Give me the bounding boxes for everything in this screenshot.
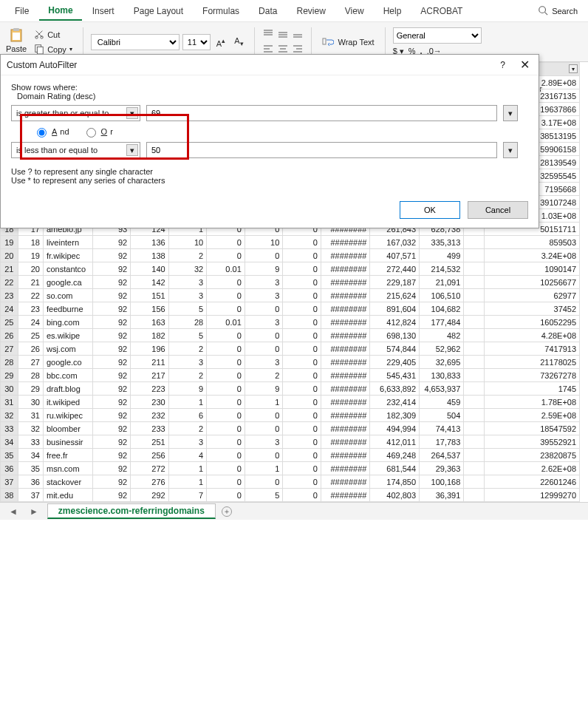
filter-chevron-icon[interactable]: ▾ (569, 64, 578, 73)
cell[interactable]: 0 (207, 382, 245, 396)
cell[interactable] (464, 475, 485, 489)
cell[interactable]: ######## (321, 435, 370, 449)
cell[interactable]: feedburne (43, 302, 92, 316)
cell[interactable]: 1 (168, 396, 207, 409)
tab-view[interactable]: View (336, 2, 373, 20)
cell[interactable]: ######## (321, 369, 370, 382)
cell[interactable]: 92 (92, 329, 131, 342)
cell[interactable]: 251 (131, 435, 169, 449)
cell[interactable]: 33 (18, 435, 43, 449)
cell[interactable] (464, 342, 485, 356)
cell[interactable]: 407,571 (370, 249, 420, 262)
cell[interactable]: 0 (207, 236, 245, 249)
cell[interactable]: fr.wikipec (43, 249, 92, 262)
cell[interactable]: 10 (245, 236, 283, 249)
cell[interactable]: 0 (283, 236, 321, 249)
cell[interactable]: 0 (283, 382, 321, 396)
cell[interactable]: 264,537 (420, 449, 464, 462)
tab-file[interactable]: File (6, 2, 38, 20)
cell[interactable]: 163 (131, 316, 169, 329)
cell[interactable]: 92 (92, 342, 131, 356)
cell[interactable]: 0 (207, 435, 245, 449)
cell[interactable]: 545,431 (370, 369, 420, 382)
cell[interactable] (464, 489, 485, 502)
cell[interactable]: 30 (18, 396, 43, 409)
cell[interactable]: 9 (245, 262, 283, 276)
sheet-nav-prev[interactable]: ◄ (6, 506, 21, 517)
chevron-down-icon[interactable]: ▾ (503, 142, 518, 158)
cell[interactable]: draft.blog (43, 382, 92, 396)
cell[interactable]: 3 (168, 435, 207, 449)
cell[interactable]: 140 (131, 262, 169, 276)
cell[interactable]: 32 (18, 422, 43, 435)
cell[interactable]: 215,624 (370, 289, 420, 302)
cell[interactable]: 136 (131, 236, 169, 249)
cell[interactable]: ######## (321, 409, 370, 422)
font-family-select[interactable]: Calibri (91, 34, 180, 50)
cell[interactable]: 0 (207, 462, 245, 475)
cell[interactable]: 92 (92, 289, 131, 302)
cell[interactable]: 73267278 (485, 369, 580, 382)
cell[interactable]: 0 (207, 342, 245, 356)
cell[interactable]: 272 (131, 462, 169, 475)
cell[interactable]: 0 (283, 422, 321, 435)
sheet-tab-active[interactable]: zmescience.com-referringdomains (47, 503, 216, 519)
row-header[interactable]: 29 (1, 369, 18, 382)
tab-data[interactable]: Data (250, 2, 286, 20)
cell[interactable]: 0 (245, 449, 283, 462)
cell[interactable]: 0 (283, 462, 321, 475)
tab-help[interactable]: Help (375, 2, 411, 20)
cell[interactable]: 272,440 (370, 262, 420, 276)
cell[interactable] (464, 422, 485, 435)
cell[interactable]: 34 (18, 449, 43, 462)
cell[interactable]: 0 (283, 369, 321, 382)
row-header[interactable]: 36 (1, 462, 18, 475)
cell[interactable]: 499 (420, 249, 464, 262)
cell[interactable]: 412,011 (370, 435, 420, 449)
cell[interactable]: 232,414 (370, 396, 420, 409)
cell[interactable]: constantco (43, 262, 92, 276)
cell[interactable]: 494,994 (370, 422, 420, 435)
row-header[interactable]: 38 (1, 489, 18, 502)
cell[interactable]: 23820875 (485, 449, 580, 462)
cell[interactable]: 211 (131, 356, 169, 369)
cell[interactable]: 0 (283, 329, 321, 342)
cell[interactable]: 22601246 (485, 475, 580, 489)
cell[interactable]: 5 (245, 489, 283, 502)
cell[interactable]: 0 (283, 342, 321, 356)
cell[interactable]: 0 (245, 329, 283, 342)
row-header[interactable]: 22 (1, 276, 18, 289)
cut-button[interactable]: Cut (31, 28, 75, 41)
cell[interactable]: mit.edu (43, 489, 92, 502)
cell[interactable]: 223 (131, 382, 169, 396)
cell[interactable]: 0 (207, 409, 245, 422)
cell[interactable]: 402,803 (370, 489, 420, 502)
cell[interactable]: 5 (168, 329, 207, 342)
cell[interactable]: 0 (207, 449, 245, 462)
cell[interactable]: ######## (321, 382, 370, 396)
cell[interactable]: 182,309 (370, 409, 420, 422)
cell[interactable]: 36 (18, 475, 43, 489)
cell[interactable]: ######## (321, 356, 370, 369)
close-icon[interactable]: ✕ (517, 58, 533, 72)
cell[interactable]: bbc.com (43, 369, 92, 382)
cell[interactable]: 92 (92, 475, 131, 489)
cell[interactable]: 230 (131, 396, 169, 409)
cell[interactable]: 2 (168, 249, 207, 262)
cell[interactable]: es.wikipe (43, 329, 92, 342)
cell[interactable]: bloomber (43, 422, 92, 435)
cell[interactable]: 232 (131, 409, 169, 422)
cell[interactable]: 0 (207, 422, 245, 435)
cell[interactable]: ######## (321, 236, 370, 249)
cell[interactable]: 92 (92, 489, 131, 502)
cell[interactable]: 3.24E+08 (485, 249, 580, 262)
cell[interactable]: 52,962 (420, 342, 464, 356)
cell[interactable]: 28 (168, 316, 207, 329)
shrink-font-button[interactable]: A▾ (231, 35, 246, 49)
chevron-down-icon[interactable]: ▾ (503, 105, 518, 121)
cell[interactable]: ######## (321, 342, 370, 356)
sheet-nav-next[interactable]: ► (27, 506, 41, 517)
cell[interactable]: 29 (18, 382, 43, 396)
cell[interactable]: 859503 (485, 236, 580, 249)
cell[interactable]: 92 (92, 249, 131, 262)
